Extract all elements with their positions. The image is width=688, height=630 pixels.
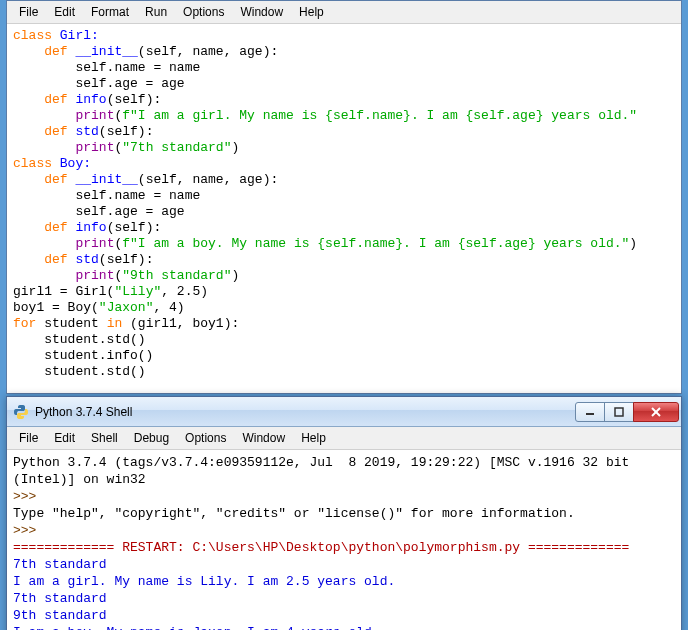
svg-rect-1 — [615, 408, 623, 416]
code-token: "Jaxon" — [99, 300, 154, 315]
code-token: print — [75, 140, 114, 155]
code-token: Girl: — [60, 28, 99, 43]
editor-menubar: File Edit Format Run Options Window Help — [7, 1, 681, 24]
code-token: f"I am a boy. My name is {self.name}. I … — [122, 236, 629, 251]
code-token: info — [75, 220, 106, 235]
shell-menu-window[interactable]: Window — [234, 429, 293, 447]
shell-menu-file[interactable]: File — [11, 429, 46, 447]
code-token: self.age = age — [13, 204, 185, 219]
menu-options[interactable]: Options — [175, 3, 232, 21]
maximize-button[interactable] — [604, 402, 634, 422]
code-token: ) — [200, 284, 208, 299]
shell-line: I am a boy. My name is Jaxon. I am 4 yea… — [13, 625, 380, 630]
code-token: "9th standard" — [122, 268, 231, 283]
code-token: print — [75, 268, 114, 283]
shell-line: 7th standard — [13, 591, 107, 606]
minimize-button[interactable] — [575, 402, 605, 422]
code-token: (self): — [99, 252, 154, 267]
code-token: __init__ — [75, 172, 137, 187]
menu-window[interactable]: Window — [232, 3, 291, 21]
code-token: def — [13, 220, 75, 235]
code-token: 4 — [169, 300, 177, 315]
code-token: def — [13, 124, 75, 139]
code-token — [13, 236, 75, 251]
code-token — [13, 140, 75, 155]
code-token: , — [161, 284, 177, 299]
code-token: student.info() — [13, 348, 153, 363]
editor-code-area[interactable]: class Girl: def __init__(self, name, age… — [7, 24, 681, 384]
code-token: print — [75, 108, 114, 123]
code-token: student.std() — [13, 364, 146, 379]
menu-format[interactable]: Format — [83, 3, 137, 21]
shell-line: >>> — [13, 523, 44, 538]
shell-menu-options[interactable]: Options — [177, 429, 234, 447]
menu-run[interactable]: Run — [137, 3, 175, 21]
shell-line: Python 3.7.4 (tags/v3.7.4:e09359112e, Ju… — [13, 455, 637, 487]
shell-menubar: File Edit Shell Debug Options Window Hel… — [7, 427, 681, 450]
code-token: (self): — [99, 124, 154, 139]
shell-line: 9th standard — [13, 608, 107, 623]
python-icon — [13, 404, 29, 420]
code-token: "7th standard" — [122, 140, 231, 155]
code-token: ) — [231, 140, 239, 155]
code-token: f"I am a girl. My name is {self.name}. I… — [122, 108, 637, 123]
shell-output-area[interactable]: Python 3.7.4 (tags/v3.7.4:e09359112e, Ju… — [7, 450, 681, 630]
code-token: def — [13, 92, 75, 107]
code-token: (girl1, boy1): — [130, 316, 239, 331]
shell-line: ============= RESTART: C:\Users\HP\Deskt… — [13, 540, 629, 555]
shell-line: I am a girl. My name is Lily. I am 2.5 y… — [13, 574, 395, 589]
code-token: (self): — [107, 92, 162, 107]
code-token: std — [75, 124, 98, 139]
code-token: ) — [177, 300, 185, 315]
code-token: std — [75, 252, 98, 267]
shell-titlebar[interactable]: Python 3.7.4 Shell — [7, 397, 681, 427]
code-token: ) — [629, 236, 637, 251]
code-token: (self, name, age): — [138, 172, 278, 187]
code-token: def — [13, 252, 75, 267]
code-token: , — [153, 300, 169, 315]
code-token: Boy: — [60, 156, 91, 171]
code-token: self.name = name — [13, 188, 200, 203]
shell-line: 7th standard — [13, 557, 107, 572]
code-token: class — [13, 28, 60, 43]
code-token — [13, 268, 75, 283]
code-token: self.age = age — [13, 76, 185, 91]
shell-line: Type "help", "copyright", "credits" or "… — [13, 506, 575, 521]
code-token: student.std() — [13, 332, 146, 347]
code-token: student — [44, 316, 106, 331]
shell-line: >>> — [13, 489, 44, 504]
code-token: in — [107, 316, 130, 331]
code-token — [13, 108, 75, 123]
menu-file[interactable]: File — [11, 3, 46, 21]
code-token: __init__ — [75, 44, 137, 59]
code-token: def — [13, 44, 75, 59]
code-token: for — [13, 316, 44, 331]
code-token: (self, name, age): — [138, 44, 278, 59]
code-token: 2.5 — [177, 284, 200, 299]
shell-menu-debug[interactable]: Debug — [126, 429, 177, 447]
editor-window: File Edit Format Run Options Window Help… — [6, 0, 682, 394]
menu-edit[interactable]: Edit — [46, 3, 83, 21]
code-token: self.name = name — [13, 60, 200, 75]
code-token: ) — [231, 268, 239, 283]
code-token: girl1 = Girl( — [13, 284, 114, 299]
code-token: def — [13, 172, 75, 187]
code-token: (self): — [107, 220, 162, 235]
window-buttons — [576, 402, 679, 422]
shell-menu-shell[interactable]: Shell — [83, 429, 126, 447]
shell-title: Python 3.7.4 Shell — [35, 405, 576, 419]
shell-window: Python 3.7.4 Shell File Edit Shell Debug… — [6, 396, 682, 630]
code-token: info — [75, 92, 106, 107]
shell-menu-help[interactable]: Help — [293, 429, 334, 447]
code-token: boy1 = Boy( — [13, 300, 99, 315]
menu-help[interactable]: Help — [291, 3, 332, 21]
code-token: print — [75, 236, 114, 251]
code-token: class — [13, 156, 60, 171]
shell-menu-edit[interactable]: Edit — [46, 429, 83, 447]
code-token: "Lily" — [114, 284, 161, 299]
close-button[interactable] — [633, 402, 679, 422]
